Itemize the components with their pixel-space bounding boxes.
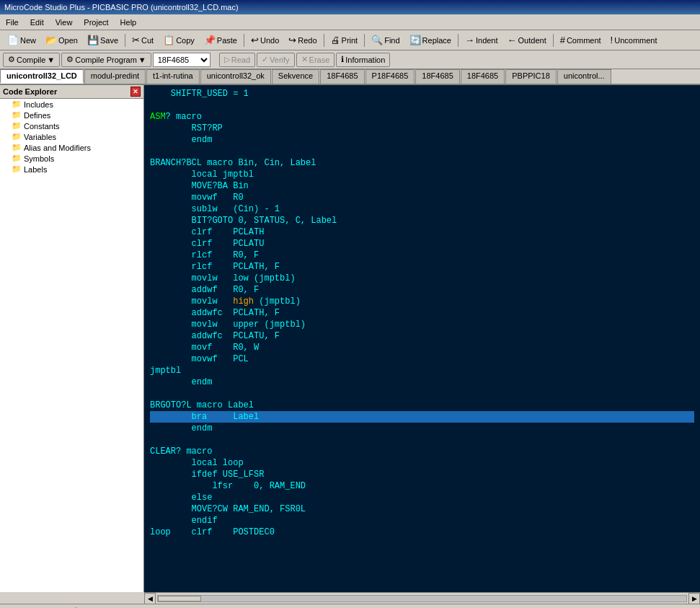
code-editor[interactable]: SHIFTR_USED = 1 ASM? macro RST?RP endm B…	[144, 85, 700, 592]
find-icon: 🔍	[371, 35, 383, 45]
menu-edit[interactable]: Edit	[25, 17, 50, 28]
print-button[interactable]: 🖨 Print	[327, 32, 363, 48]
sidebar-item-includes[interactable]: 📁 Includes	[0, 99, 143, 110]
sidebar-item-symbols[interactable]: 📁 Symbols	[0, 153, 143, 164]
code-line-29: bra Label	[150, 411, 694, 423]
code-line-7: BRANCH?BCL macro Bin, Cin, Label	[150, 157, 694, 169]
sidebar-label-defines: Defines	[24, 111, 50, 120]
compile-program-icon: ⚙	[66, 55, 74, 64]
code-line-31	[150, 434, 694, 446]
code-line-39: loop clrf POSTDEC0	[150, 527, 694, 538]
tab-unicontroll32-lcd[interactable]: unicontroll32_LCD	[0, 69, 84, 84]
tab-modul-predint[interactable]: modul-predint	[84, 69, 146, 84]
verify-button[interactable]: ✓ Verify	[257, 53, 295, 67]
sidebar-label-labels: Labels	[24, 165, 47, 174]
replace-button[interactable]: 🔄 Replace	[405, 32, 456, 48]
sidebar-item-labels[interactable]: 📁 Labels	[0, 164, 143, 175]
code-line-5: endm	[150, 134, 694, 146]
menu-help[interactable]: Help	[115, 17, 143, 28]
new-button[interactable]: 📄 New	[3, 32, 40, 48]
erase-button[interactable]: ✕ Erase	[296, 53, 335, 67]
sidebar-item-defines[interactable]: 📁 Defines	[0, 110, 143, 120]
read-icon: ▷	[224, 55, 230, 64]
menu-bar: File Edit View Project Help	[0, 14, 700, 30]
separator-5	[458, 34, 458, 47]
sidebar-item-variables[interactable]: 📁 Variables	[0, 131, 143, 142]
separator-2	[244, 34, 244, 47]
code-line-23: movf R0, W	[150, 342, 694, 353]
toolbar: 📄 New 📂 Open 💾 Save ✂ Cut 📋 Copy 📌 Paste…	[0, 30, 700, 50]
tab-18f4685-2[interactable]: 18F4685	[415, 69, 459, 84]
uncomment-button[interactable]: ! Uncomment	[606, 32, 662, 48]
comment-label: Comment	[567, 36, 601, 45]
information-button[interactable]: ℹ Information	[336, 53, 390, 67]
sidebar-item-alias[interactable]: 📁 Alias and Modifiers	[0, 142, 143, 153]
menu-view[interactable]: View	[50, 17, 79, 28]
code-line-38: endif	[150, 515, 694, 527]
folder-icon-constants: 📁	[12, 121, 22, 131]
code-explorer: Code Explorer ✕ 📁 Includes 📁 Defines 📁 C…	[0, 85, 144, 592]
sidebar-close-button[interactable]: ✕	[130, 87, 141, 97]
folder-icon-labels: 📁	[12, 164, 22, 174]
redo-button[interactable]: ↪ Redo	[284, 32, 321, 48]
cut-label: Cut	[141, 36, 154, 45]
undo-button[interactable]: ↩ Undo	[247, 32, 283, 48]
uncomment-icon: !	[611, 35, 613, 45]
tab-18f4685-3[interactable]: 18F4685	[461, 69, 505, 84]
cut-icon: ✂	[132, 35, 140, 45]
menu-file[interactable]: File	[0, 17, 25, 28]
paste-label: Paste	[217, 36, 237, 45]
code-line-30: endm	[150, 423, 694, 434]
open-button[interactable]: 📂 Open	[41, 32, 82, 48]
paste-button[interactable]: 📌 Paste	[200, 32, 242, 48]
copy-icon: 📋	[163, 35, 174, 45]
code-line-16: rlcf PCLATH, F	[150, 261, 694, 273]
copy-button[interactable]: 📋 Copy	[159, 32, 199, 48]
indent-button[interactable]: → Indent	[461, 32, 502, 48]
tab-unicontrol-more[interactable]: unicontrol...	[557, 69, 611, 84]
scroll-track[interactable]	[157, 595, 687, 602]
compile-program-label: Compile Program	[75, 56, 137, 64]
scroll-right-button[interactable]: ▶	[688, 593, 700, 604]
code-line-2	[150, 100, 694, 111]
tab-p18f4685[interactable]: P18F4685	[365, 69, 415, 84]
cut-button[interactable]: ✂ Cut	[128, 32, 158, 48]
comment-button[interactable]: # Comment	[556, 32, 606, 48]
undo-label: Undo	[260, 36, 279, 45]
chip-selector[interactable]: 18F4685 16F877A 18F452	[153, 53, 211, 67]
compile-program-button[interactable]: ⚙ Compile Program ▼	[61, 53, 151, 67]
sidebar-label-variables: Variables	[24, 133, 56, 141]
code-line-11: sublw (Cin) - 1	[150, 203, 694, 215]
read-label: Read	[231, 56, 250, 64]
scroll-left-button[interactable]: ◀	[144, 593, 156, 604]
information-label: Information	[345, 56, 385, 64]
outdent-button[interactable]: ← Outdent	[503, 32, 551, 48]
compile-toolbar: ⚙ Compile ▼ ⚙ Compile Program ▼ 18F4685 …	[0, 50, 700, 69]
tab-18f4685-1[interactable]: 18F4685	[320, 69, 364, 84]
folder-icon-alias: 📁	[12, 143, 22, 152]
menu-project[interactable]: Project	[78, 17, 114, 28]
sidebar-item-constants[interactable]: 📁 Constants	[0, 120, 143, 131]
save-label: Save	[100, 36, 118, 45]
paste-icon: 📌	[204, 35, 216, 45]
horizontal-scrollbar[interactable]: ◀ ▶	[144, 592, 700, 604]
separator-6	[553, 34, 554, 47]
tab-unicontroll32-ok[interactable]: unicontroll32_ok	[200, 69, 271, 84]
compile-button[interactable]: ⚙ Compile ▼	[3, 53, 60, 67]
compile-icon: ⚙	[8, 55, 15, 64]
read-button[interactable]: ▷ Read	[219, 53, 255, 67]
verify-icon: ✓	[262, 55, 268, 64]
copy-label: Copy	[176, 36, 195, 45]
outdent-icon: ←	[508, 35, 517, 45]
information-icon: ℹ	[341, 55, 344, 64]
tab-t1-int-rutina[interactable]: t1-int-rutina	[146, 69, 200, 84]
code-line-19: movlw high (jmptbl)	[150, 296, 694, 307]
tab-sekvence[interactable]: Sekvence	[272, 69, 319, 84]
code-line-13: clrf PCLATH	[150, 226, 694, 238]
scroll-thumb[interactable]	[158, 596, 201, 602]
verify-label: Verify	[270, 56, 290, 64]
tab-pbppic18[interactable]: PBPPIC18	[505, 69, 557, 84]
erase-label: Erase	[309, 56, 330, 64]
find-button[interactable]: 🔍 Find	[367, 32, 404, 48]
save-button[interactable]: 💾 Save	[83, 32, 123, 48]
